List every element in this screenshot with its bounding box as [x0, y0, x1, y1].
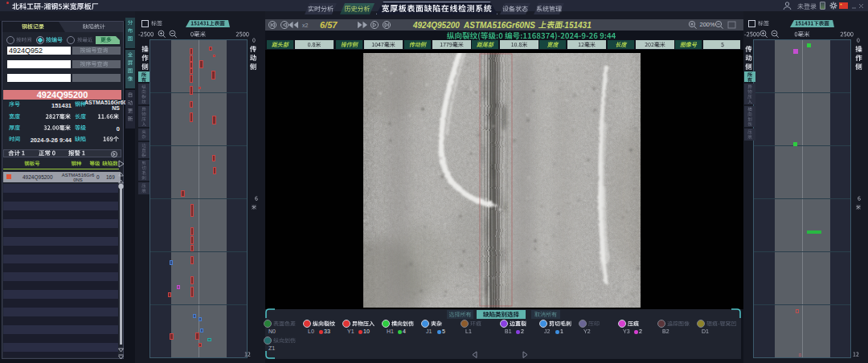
svg-text:200%: 200%: [700, 21, 716, 28]
svg-text:x2: x2: [302, 22, 309, 28]
